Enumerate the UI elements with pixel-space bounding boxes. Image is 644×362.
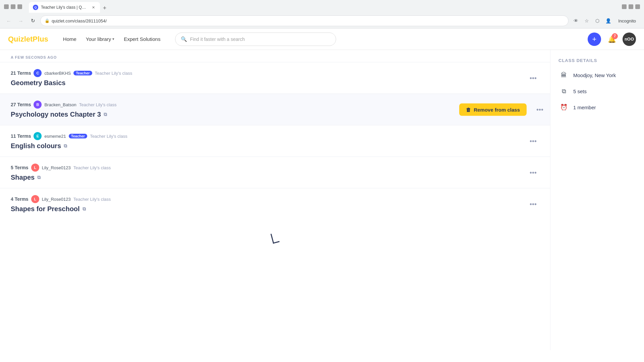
- set-title: Shapes for Preschool ⧉: [11, 205, 539, 213]
- tab-title: Teacher Lily's class | Quizlet: [41, 5, 88, 10]
- active-tab[interactable]: Q Teacher Lily's class | Quizlet ✕: [29, 2, 100, 13]
- three-dot-menu-button[interactable]: •••: [527, 136, 539, 146]
- set-title: Shapes ⧉: [11, 174, 539, 181]
- nav-library[interactable]: Your library ▾: [82, 34, 118, 45]
- nav-links: Home Your library ▾ Expert Solutions: [59, 34, 165, 45]
- username: cbarkerBKHS: [44, 71, 71, 76]
- user-avatar: B: [34, 101, 42, 109]
- class-name: Teacher Lily's class: [73, 197, 111, 202]
- copy-icon: ⧉: [104, 112, 107, 117]
- username: Lily_Rose0123: [42, 197, 71, 202]
- page-layout: A FEW SECONDS AGO 21 Terms C cbarkerBKHS…: [0, 50, 644, 350]
- set-meta: 21 Terms C cbarkerBKHS Teacher Teacher L…: [11, 69, 539, 77]
- username: Lily_Rose0123: [42, 165, 71, 170]
- add-button[interactable]: +: [588, 33, 601, 46]
- app-header: QuizletPlus Home Your library ▾ Expert S…: [0, 28, 644, 50]
- terms-count: 5 Terms: [11, 165, 29, 170]
- section-timestamp: A FEW SECONDS AGO: [11, 55, 539, 59]
- main-content: A FEW SECONDS AGO 21 Terms C cbarkerBKHS…: [0, 50, 550, 350]
- terms-count: 4 Terms: [11, 196, 29, 202]
- terms-count: 27 Terms: [11, 102, 31, 107]
- set-card-psychology[interactable]: 27 Terms B Bracken_Batson Teacher Lily's…: [0, 94, 550, 125]
- set-card-geometry[interactable]: 21 Terms C cbarkerBKHS Teacher Teacher L…: [0, 62, 550, 94]
- cursor-decoration: [270, 232, 279, 244]
- set-card-shapes[interactable]: 5 Terms L Lily_Rose0123 Teacher Lily's c…: [0, 157, 550, 188]
- logo[interactable]: QuizletPlus: [8, 35, 48, 44]
- notification-button[interactable]: 🔔 7: [605, 33, 619, 46]
- address-bar[interactable]: 🔒 quizlet.com/class/28111054/: [40, 15, 569, 26]
- three-dot-menu-button[interactable]: •••: [527, 73, 539, 83]
- sidebar-sets: ⧉ 5 sets: [558, 86, 636, 97]
- class-name: Teacher Lily's class: [95, 71, 132, 76]
- browser-actions: 👁 ☆ ⬡ 👤 Incognito: [571, 16, 640, 25]
- url-text: quizlet.com/class/28111054/: [52, 18, 107, 23]
- username: esmeme21: [44, 134, 66, 139]
- lock-icon: 🔒: [45, 18, 50, 23]
- tab-bar: Q Teacher Lily's class | Quizlet ✕ +: [26, 1, 619, 13]
- terms-count: 21 Terms: [11, 70, 31, 76]
- search-icon: 🔍: [181, 36, 187, 42]
- sidebar: CLASS DETAILS 🏛 Moodjoy, New York ⧉ 5 se…: [550, 50, 644, 350]
- copy-icon: ⧉: [83, 206, 86, 212]
- browser-chrome: Q Teacher Lily's class | Quizlet ✕ + ← →…: [0, 0, 644, 28]
- set-title: English colours ⧉: [11, 142, 539, 150]
- address-bar-row: ← → ↻ 🔒 quizlet.com/class/28111054/ 👁 ☆ …: [0, 13, 644, 28]
- user-avatar: L: [31, 164, 39, 172]
- search-bar[interactable]: 🔍 Find it faster with a search: [175, 33, 336, 46]
- profile-icon[interactable]: 👤: [603, 16, 613, 25]
- class-name: Teacher Lily's class: [90, 134, 127, 139]
- window-controls: [4, 4, 22, 9]
- browser-maximize-button[interactable]: [629, 4, 633, 9]
- sidebar-sets-label: 5 sets: [573, 88, 587, 94]
- window-action-buttons: [622, 4, 640, 9]
- copy-icon: ⧉: [64, 143, 67, 149]
- set-meta: 5 Terms L Lily_Rose0123 Teacher Lily's c…: [11, 164, 539, 172]
- close-window-button[interactable]: [17, 4, 22, 9]
- notification-badge: 7: [612, 33, 618, 39]
- class-name: Teacher Lily's class: [79, 102, 117, 107]
- sidebar-title: CLASS DETAILS: [558, 58, 636, 63]
- copy-icon: ⧉: [37, 175, 41, 180]
- terms-count: 11 Terms: [11, 133, 31, 139]
- nav-expert[interactable]: Expert Solutions: [120, 34, 164, 45]
- chevron-down-icon: ▾: [112, 37, 114, 41]
- set-card-shapes-preschool[interactable]: 4 Terms L Lily_Rose0123 Teacher Lily's c…: [0, 188, 550, 220]
- section-header: A FEW SECONDS AGO: [0, 50, 550, 62]
- set-card-english[interactable]: 11 Terms E esmeme21 Teacher Teacher Lily…: [0, 125, 550, 157]
- forward-button[interactable]: →: [16, 16, 25, 25]
- sidebar-members-label: 1 member: [573, 105, 596, 110]
- logo-plus: Plus: [33, 35, 48, 43]
- clock-icon: ⏰: [558, 102, 569, 113]
- tab-favicon: Q: [33, 5, 38, 10]
- header-actions: + 🔔 7 nOO: [588, 33, 636, 46]
- refresh-button[interactable]: ↻: [28, 16, 38, 25]
- title-bar: Q Teacher Lily's class | Quizlet ✕ +: [0, 0, 644, 13]
- extension-icon[interactable]: ⬡: [593, 16, 602, 25]
- browser-minimize-button[interactable]: [622, 4, 627, 9]
- logo-quizlet: Quizlet: [8, 35, 33, 43]
- back-button[interactable]: ←: [4, 16, 13, 25]
- layers-icon: ⧉: [558, 86, 569, 97]
- close-tab-button[interactable]: ✕: [91, 5, 96, 10]
- new-tab-button[interactable]: +: [100, 3, 109, 13]
- sidebar-location: 🏛 Moodjoy, New York: [558, 70, 636, 80]
- user-avatar: E: [34, 132, 42, 140]
- remove-from-class-button[interactable]: 🗑 Remove from class: [459, 103, 527, 116]
- three-dot-menu-button[interactable]: •••: [527, 167, 539, 178]
- set-meta: 4 Terms L Lily_Rose0123 Teacher Lily's c…: [11, 195, 539, 203]
- nav-home[interactable]: Home: [59, 34, 80, 45]
- teacher-badge: Teacher: [73, 71, 92, 75]
- sidebar-location-label: Moodjoy, New York: [573, 72, 616, 78]
- minimize-button[interactable]: [4, 4, 9, 9]
- bottom-decoration: [0, 220, 550, 256]
- bookmark-icon[interactable]: ☆: [582, 16, 591, 25]
- three-dot-menu-button[interactable]: •••: [527, 199, 539, 209]
- trash-icon: 🗑: [466, 107, 471, 112]
- eye-off-icon[interactable]: 👁: [571, 16, 581, 25]
- username: Bracken_Batson: [44, 102, 76, 107]
- user-avatar: C: [34, 69, 42, 77]
- browser-close-button[interactable]: [635, 4, 640, 9]
- maximize-button[interactable]: [11, 4, 15, 9]
- avatar[interactable]: nOO: [623, 33, 636, 46]
- three-dot-menu-button[interactable]: •••: [534, 104, 546, 115]
